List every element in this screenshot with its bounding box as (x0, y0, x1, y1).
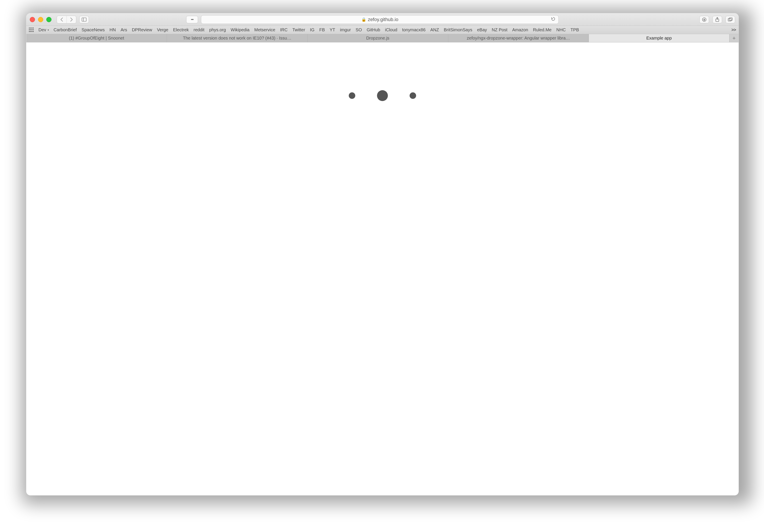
favorite-link[interactable]: reddit (194, 27, 204, 32)
tab[interactable]: Dropzone.js (307, 34, 448, 42)
favorite-link[interactable]: NHC (556, 27, 566, 32)
toolbar-right-icons (699, 16, 735, 23)
favorites-folder-dev[interactable]: Dev ▾ (39, 27, 49, 32)
show-favorites-grid-icon[interactable] (29, 28, 34, 32)
favorite-link[interactable]: Twitter (292, 27, 305, 32)
new-tab-button[interactable]: + (729, 34, 739, 42)
toolbar: ••• 🔒 zefoy.github.io (26, 13, 739, 26)
nav-buttons (57, 16, 76, 24)
show-sidebar-button[interactable] (79, 16, 89, 23)
tab-label: The latest version does not work on IE10… (183, 36, 291, 41)
tab-label: Example app (647, 36, 672, 41)
favorite-link[interactable]: Verge (157, 27, 168, 32)
favorite-link[interactable]: SO (356, 27, 362, 32)
downloads-button[interactable] (699, 16, 709, 23)
svg-rect-0 (82, 18, 86, 21)
svg-rect-6 (728, 19, 731, 21)
lock-icon: 🔒 (361, 17, 366, 22)
favorite-link[interactable]: IG (310, 27, 314, 32)
tab[interactable]: The latest version does not work on IE10… (167, 34, 307, 42)
favorite-link[interactable]: FB (319, 27, 325, 32)
address-host: zefoy.github.io (368, 17, 398, 22)
favorite-link[interactable]: NZ Post (492, 27, 507, 32)
forward-button[interactable] (67, 16, 76, 23)
favorite-link[interactable]: Wikipedia (231, 27, 250, 32)
back-button[interactable] (57, 16, 67, 23)
loading-indicator (349, 90, 416, 101)
favorite-link[interactable]: tonymacx86 (402, 27, 426, 32)
favorite-link[interactable]: iCloud (385, 27, 397, 32)
tab-label: Dropzone.js (366, 36, 389, 41)
favorite-link[interactable]: eBay (477, 27, 487, 32)
favorite-link[interactable]: phys.org (209, 27, 226, 32)
favorites-overflow-button[interactable]: >> (731, 27, 736, 32)
loading-dot-icon (349, 92, 355, 99)
favorite-link[interactable]: HN (109, 27, 116, 32)
maximize-window-button[interactable] (46, 17, 52, 22)
address-bar[interactable]: 🔒 zefoy.github.io (201, 15, 559, 24)
loading-dot-icon (410, 92, 416, 99)
tab[interactable]: zefoy/ngx-dropzone-wrapper: Angular wrap… (448, 34, 589, 42)
favorite-link[interactable]: ANZ (430, 27, 439, 32)
favorite-link[interactable]: Amazon (512, 27, 528, 32)
close-window-button[interactable] (30, 17, 35, 22)
tab-label: (1) #GroupOfEight | Snoonet (69, 36, 124, 41)
favorite-link[interactable]: Metservice (254, 27, 275, 32)
favorite-link[interactable]: CarbonBrief (54, 27, 77, 32)
safari-window: ••• 🔒 zefoy.github.io De (26, 13, 739, 495)
favorite-link[interactable]: YT (330, 27, 335, 32)
page-content (26, 42, 739, 495)
tab[interactable]: (1) #GroupOfEight | Snoonet (26, 34, 167, 42)
reload-button[interactable] (551, 17, 555, 22)
minimize-window-button[interactable] (38, 17, 43, 22)
favorites-bar: Dev ▾ CarbonBrief SpaceNews HN Ars DPRev… (26, 26, 739, 34)
window-controls (30, 17, 52, 22)
favorite-link[interactable]: DPReview (132, 27, 152, 32)
website-settings-button[interactable]: ••• (186, 16, 198, 23)
favorite-link[interactable]: Ruled.Me (533, 27, 552, 32)
chevron-down-icon: ▾ (48, 29, 49, 32)
favorite-link[interactable]: Ars (120, 27, 127, 32)
favorite-link[interactable]: SpaceNews (82, 27, 105, 32)
favorite-link[interactable]: imgur (340, 27, 351, 32)
favorite-link[interactable]: TPB (571, 27, 579, 32)
tab-strip: (1) #GroupOfEight | Snoonet The latest v… (26, 34, 739, 42)
favorites-folder-label: Dev (39, 27, 46, 32)
favorite-link[interactable]: GitHub (367, 27, 380, 32)
svg-rect-7 (729, 18, 732, 20)
favorite-link[interactable]: IRC (280, 27, 287, 32)
share-button[interactable] (712, 16, 722, 23)
show-all-tabs-button[interactable] (725, 16, 735, 23)
loading-dot-icon (377, 90, 388, 101)
favorite-link[interactable]: Electrek (173, 27, 189, 32)
site-settings-icon: ••• (191, 18, 193, 22)
tab-active[interactable]: Example app (589, 34, 729, 42)
favorite-link[interactable]: BritSimonSays (444, 27, 472, 32)
tab-label: zefoy/ngx-dropzone-wrapper: Angular wrap… (467, 36, 570, 41)
